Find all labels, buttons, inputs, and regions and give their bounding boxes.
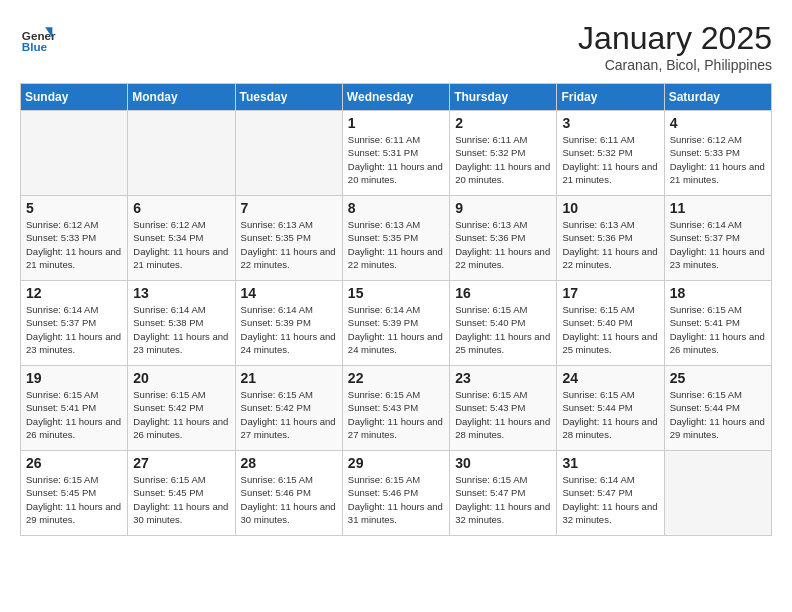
day-info: Sunrise: 6:13 AMSunset: 5:35 PMDaylight:… [241, 218, 337, 271]
page-header: General Blue January 2025 Caranan, Bicol… [20, 20, 772, 73]
day-info: Sunrise: 6:15 AMSunset: 5:43 PMDaylight:… [348, 388, 444, 441]
day-cell: 19Sunrise: 6:15 AMSunset: 5:41 PMDayligh… [21, 366, 128, 451]
day-cell: 18Sunrise: 6:15 AMSunset: 5:41 PMDayligh… [664, 281, 771, 366]
week-row-4: 19Sunrise: 6:15 AMSunset: 5:41 PMDayligh… [21, 366, 772, 451]
day-number: 25 [670, 370, 766, 386]
day-number: 11 [670, 200, 766, 216]
day-number: 27 [133, 455, 229, 471]
calendar-title: January 2025 [578, 20, 772, 57]
day-cell: 12Sunrise: 6:14 AMSunset: 5:37 PMDayligh… [21, 281, 128, 366]
day-cell: 8Sunrise: 6:13 AMSunset: 5:35 PMDaylight… [342, 196, 449, 281]
day-number: 17 [562, 285, 658, 301]
calendar-table: Sunday Monday Tuesday Wednesday Thursday… [20, 83, 772, 536]
day-info: Sunrise: 6:15 AMSunset: 5:40 PMDaylight:… [455, 303, 551, 356]
day-cell: 15Sunrise: 6:14 AMSunset: 5:39 PMDayligh… [342, 281, 449, 366]
day-number: 19 [26, 370, 122, 386]
day-cell: 11Sunrise: 6:14 AMSunset: 5:37 PMDayligh… [664, 196, 771, 281]
day-info: Sunrise: 6:14 AMSunset: 5:39 PMDaylight:… [241, 303, 337, 356]
day-number: 29 [348, 455, 444, 471]
day-info: Sunrise: 6:13 AMSunset: 5:36 PMDaylight:… [562, 218, 658, 271]
day-number: 18 [670, 285, 766, 301]
day-cell: 21Sunrise: 6:15 AMSunset: 5:42 PMDayligh… [235, 366, 342, 451]
day-number: 30 [455, 455, 551, 471]
day-cell: 30Sunrise: 6:15 AMSunset: 5:47 PMDayligh… [450, 451, 557, 536]
day-info: Sunrise: 6:15 AMSunset: 5:47 PMDaylight:… [455, 473, 551, 526]
day-number: 5 [26, 200, 122, 216]
day-info: Sunrise: 6:14 AMSunset: 5:47 PMDaylight:… [562, 473, 658, 526]
day-cell: 14Sunrise: 6:14 AMSunset: 5:39 PMDayligh… [235, 281, 342, 366]
day-info: Sunrise: 6:11 AMSunset: 5:32 PMDaylight:… [562, 133, 658, 186]
day-info: Sunrise: 6:11 AMSunset: 5:32 PMDaylight:… [455, 133, 551, 186]
day-info: Sunrise: 6:13 AMSunset: 5:36 PMDaylight:… [455, 218, 551, 271]
day-cell [664, 451, 771, 536]
day-cell: 17Sunrise: 6:15 AMSunset: 5:40 PMDayligh… [557, 281, 664, 366]
day-number: 15 [348, 285, 444, 301]
day-info: Sunrise: 6:12 AMSunset: 5:33 PMDaylight:… [26, 218, 122, 271]
day-cell [235, 111, 342, 196]
day-number: 9 [455, 200, 551, 216]
day-cell: 7Sunrise: 6:13 AMSunset: 5:35 PMDaylight… [235, 196, 342, 281]
day-cell: 1Sunrise: 6:11 AMSunset: 5:31 PMDaylight… [342, 111, 449, 196]
day-cell [128, 111, 235, 196]
day-number: 24 [562, 370, 658, 386]
day-number: 28 [241, 455, 337, 471]
day-info: Sunrise: 6:15 AMSunset: 5:46 PMDaylight:… [241, 473, 337, 526]
day-number: 26 [26, 455, 122, 471]
day-info: Sunrise: 6:15 AMSunset: 5:44 PMDaylight:… [670, 388, 766, 441]
day-number: 4 [670, 115, 766, 131]
day-info: Sunrise: 6:14 AMSunset: 5:37 PMDaylight:… [670, 218, 766, 271]
day-cell: 16Sunrise: 6:15 AMSunset: 5:40 PMDayligh… [450, 281, 557, 366]
day-number: 6 [133, 200, 229, 216]
day-cell: 23Sunrise: 6:15 AMSunset: 5:43 PMDayligh… [450, 366, 557, 451]
col-sunday: Sunday [21, 84, 128, 111]
day-info: Sunrise: 6:12 AMSunset: 5:33 PMDaylight:… [670, 133, 766, 186]
day-number: 12 [26, 285, 122, 301]
day-info: Sunrise: 6:15 AMSunset: 5:45 PMDaylight:… [133, 473, 229, 526]
col-thursday: Thursday [450, 84, 557, 111]
day-info: Sunrise: 6:14 AMSunset: 5:38 PMDaylight:… [133, 303, 229, 356]
title-block: January 2025 Caranan, Bicol, Philippines [578, 20, 772, 73]
week-row-3: 12Sunrise: 6:14 AMSunset: 5:37 PMDayligh… [21, 281, 772, 366]
day-info: Sunrise: 6:15 AMSunset: 5:46 PMDaylight:… [348, 473, 444, 526]
day-info: Sunrise: 6:15 AMSunset: 5:40 PMDaylight:… [562, 303, 658, 356]
day-cell: 20Sunrise: 6:15 AMSunset: 5:42 PMDayligh… [128, 366, 235, 451]
col-friday: Friday [557, 84, 664, 111]
day-cell: 24Sunrise: 6:15 AMSunset: 5:44 PMDayligh… [557, 366, 664, 451]
day-cell [21, 111, 128, 196]
day-info: Sunrise: 6:11 AMSunset: 5:31 PMDaylight:… [348, 133, 444, 186]
week-row-1: 1Sunrise: 6:11 AMSunset: 5:31 PMDaylight… [21, 111, 772, 196]
day-cell: 31Sunrise: 6:14 AMSunset: 5:47 PMDayligh… [557, 451, 664, 536]
day-number: 8 [348, 200, 444, 216]
day-number: 10 [562, 200, 658, 216]
day-info: Sunrise: 6:15 AMSunset: 5:45 PMDaylight:… [26, 473, 122, 526]
day-info: Sunrise: 6:15 AMSunset: 5:43 PMDaylight:… [455, 388, 551, 441]
day-cell: 22Sunrise: 6:15 AMSunset: 5:43 PMDayligh… [342, 366, 449, 451]
day-cell: 13Sunrise: 6:14 AMSunset: 5:38 PMDayligh… [128, 281, 235, 366]
header-row: Sunday Monday Tuesday Wednesday Thursday… [21, 84, 772, 111]
day-number: 3 [562, 115, 658, 131]
col-monday: Monday [128, 84, 235, 111]
day-cell: 4Sunrise: 6:12 AMSunset: 5:33 PMDaylight… [664, 111, 771, 196]
day-cell: 28Sunrise: 6:15 AMSunset: 5:46 PMDayligh… [235, 451, 342, 536]
logo: General Blue [20, 20, 56, 56]
day-number: 1 [348, 115, 444, 131]
day-number: 22 [348, 370, 444, 386]
svg-text:Blue: Blue [22, 40, 48, 53]
col-wednesday: Wednesday [342, 84, 449, 111]
day-number: 31 [562, 455, 658, 471]
day-info: Sunrise: 6:14 AMSunset: 5:37 PMDaylight:… [26, 303, 122, 356]
day-cell: 2Sunrise: 6:11 AMSunset: 5:32 PMDaylight… [450, 111, 557, 196]
day-number: 20 [133, 370, 229, 386]
day-number: 23 [455, 370, 551, 386]
calendar-subtitle: Caranan, Bicol, Philippines [578, 57, 772, 73]
day-number: 7 [241, 200, 337, 216]
day-number: 21 [241, 370, 337, 386]
day-number: 16 [455, 285, 551, 301]
day-info: Sunrise: 6:12 AMSunset: 5:34 PMDaylight:… [133, 218, 229, 271]
week-row-5: 26Sunrise: 6:15 AMSunset: 5:45 PMDayligh… [21, 451, 772, 536]
day-cell: 25Sunrise: 6:15 AMSunset: 5:44 PMDayligh… [664, 366, 771, 451]
day-cell: 26Sunrise: 6:15 AMSunset: 5:45 PMDayligh… [21, 451, 128, 536]
day-cell: 9Sunrise: 6:13 AMSunset: 5:36 PMDaylight… [450, 196, 557, 281]
day-cell: 6Sunrise: 6:12 AMSunset: 5:34 PMDaylight… [128, 196, 235, 281]
day-number: 14 [241, 285, 337, 301]
